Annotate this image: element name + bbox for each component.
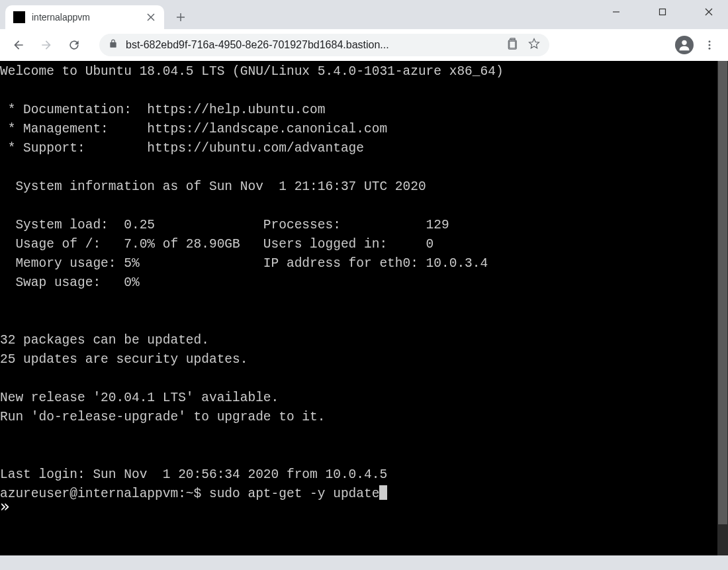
svg-point-11 xyxy=(709,48,711,50)
clipboard-icon[interactable] xyxy=(507,38,519,52)
pkg-updates: 32 packages can be updated. xyxy=(0,333,209,348)
toolbar-right xyxy=(675,36,720,54)
profile-avatar-icon[interactable] xyxy=(675,36,694,54)
scrollbar-thumb[interactable] xyxy=(718,61,727,524)
sysinfo-row: Memory usage: 5% IP address for eth0: 10… xyxy=(0,256,488,271)
motd-mgmt: * Management: https://landscape.canonica… xyxy=(0,122,387,136)
pkg-security: 25 updates are security updates. xyxy=(0,352,248,367)
star-icon[interactable] xyxy=(528,38,540,52)
shell-prompt: azureuser@internalappvm:~$ sudo apt-get … xyxy=(0,487,379,501)
scrollbar[interactable] xyxy=(717,61,728,555)
release-new: New release '20.04.1 LTS' available. xyxy=(0,391,279,405)
url-text: bst-682ebd9f-716a-4950-8e26-701927bd1684… xyxy=(126,39,389,51)
terminal-output: Welcome to Ubuntu 18.04.5 LTS (GNU/Linux… xyxy=(0,61,728,504)
reload-button[interactable] xyxy=(64,34,85,56)
kebab-menu-icon[interactable] xyxy=(699,39,720,51)
motd-support: * Support: https://ubuntu.com/advantage xyxy=(0,141,364,156)
new-tab-button[interactable] xyxy=(171,7,191,27)
browser-tab[interactable]: internalappvm xyxy=(5,5,164,29)
release-run: Run 'do-release-upgrade' to upgrade to i… xyxy=(0,410,325,424)
tab-title: internalappvm xyxy=(32,12,139,23)
motd-welcome: Welcome to Ubuntu 18.04.5 LTS (GNU/Linux… xyxy=(0,64,504,79)
last-login: Last login: Sun Nov 1 20:56:34 2020 from… xyxy=(0,467,387,482)
svg-point-9 xyxy=(709,40,711,42)
motd-doc: * Documentation: https://help.ubuntu.com xyxy=(0,103,325,117)
svg-point-10 xyxy=(709,44,711,46)
sysinfo-header: System information as of Sun Nov 1 21:16… xyxy=(0,179,426,194)
tab-strip: internalappvm xyxy=(0,0,728,29)
chevrons-icon[interactable]: » xyxy=(0,497,9,516)
sysinfo-row: Usage of /: 7.0% of 28.90GB Users logged… xyxy=(0,237,433,252)
lock-icon xyxy=(109,39,118,51)
address-actions xyxy=(507,38,540,52)
forward-button[interactable] xyxy=(36,34,57,56)
back-button[interactable] xyxy=(8,34,29,56)
favicon-icon xyxy=(13,11,25,23)
cursor xyxy=(379,485,387,500)
sysinfo-row: System load: 0.25 Processes: 129 xyxy=(0,218,449,232)
svg-point-8 xyxy=(682,40,686,45)
tab-close-icon[interactable] xyxy=(146,12,156,23)
sysinfo-row: Swap usage: 0% xyxy=(0,275,140,290)
browser-toolbar: bst-682ebd9f-716a-4950-8e26-701927bd1684… xyxy=(0,29,728,61)
terminal[interactable]: Welcome to Ubuntu 18.04.5 LTS (GNU/Linux… xyxy=(0,61,728,555)
address-bar[interactable]: bst-682ebd9f-716a-4950-8e26-701927bd1684… xyxy=(99,34,549,56)
